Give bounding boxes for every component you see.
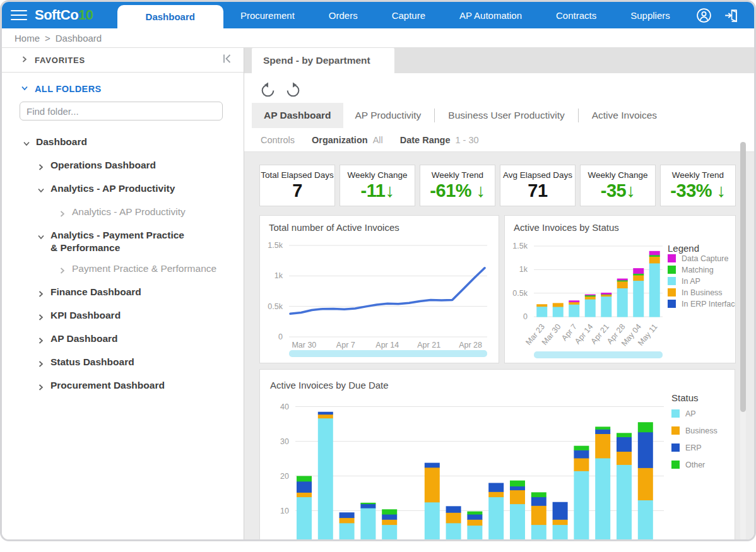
tree-item-procurement-dashboard[interactable]: Procurement Dashboard xyxy=(2,375,244,398)
legend-swatch xyxy=(671,443,680,452)
bar-segment xyxy=(340,512,355,518)
find-folder-input[interactable] xyxy=(20,102,223,120)
bar-segment xyxy=(467,519,482,526)
nav-tab-contracts[interactable]: Contracts xyxy=(539,2,613,28)
kpi-card-weekly-trend: Weekly Trend-33% ↓ xyxy=(660,165,736,206)
bar-segment xyxy=(649,251,660,255)
subtab-active-invoices[interactable]: Active Invoices xyxy=(580,103,669,128)
bar-segment xyxy=(510,490,525,505)
y-tick-label: 1.5k xyxy=(512,242,528,250)
x-tick-label: Apr 14 xyxy=(375,341,399,349)
subtab-business-user-productivity[interactable]: Business User Productivity xyxy=(436,103,576,128)
subtab-ap-dashboard[interactable]: AP Dashboard xyxy=(252,103,343,128)
bar-segment xyxy=(531,492,546,497)
tree-item-label: Procurement Dashboard xyxy=(50,379,165,392)
nav-tab-procurement[interactable]: Procurement xyxy=(223,2,312,28)
kpi-label: Total Elapsed Days xyxy=(260,170,334,180)
legend-item-label: In ERP Interface xyxy=(682,300,735,308)
kpi-value: -35↓ xyxy=(581,180,655,201)
nav-tab-orders[interactable]: Orders xyxy=(312,2,375,28)
bar-segment xyxy=(382,525,397,541)
chevron-right-icon xyxy=(37,288,45,301)
total-active-invoices-chart: Total number of Active Invoices00.5k1k1.… xyxy=(260,216,498,361)
legend-item-label: Other xyxy=(685,461,705,469)
bar-segment xyxy=(382,509,397,514)
legend-swatch xyxy=(668,277,676,285)
nav-tab-capture[interactable]: Capture xyxy=(375,2,442,28)
all-folders-section-header[interactable]: ALL FOLDERS xyxy=(21,83,244,95)
kpi-value: -33% ↓ xyxy=(661,180,735,201)
undo-icon[interactable] xyxy=(259,82,276,99)
tree-item-ap-dashboard[interactable]: AP Dashboard xyxy=(2,328,244,351)
kpi-value: -61% ↓ xyxy=(420,180,495,201)
bar-segment xyxy=(318,414,333,419)
main-scrollbar-thumb[interactable] xyxy=(740,142,746,412)
sidebar: FAVORITES ALL FOLDERS DashboardOperation… xyxy=(2,48,244,541)
favorites-section-header[interactable]: FAVORITES xyxy=(2,48,244,73)
logout-icon[interactable] xyxy=(723,8,739,23)
kpi-value: 71 xyxy=(500,180,575,201)
redo-icon[interactable] xyxy=(285,82,302,99)
page-tab-spend-by-department[interactable]: Spend - by Department xyxy=(252,48,394,73)
bar-segment xyxy=(595,429,610,434)
subtab-ap-productivity[interactable]: AP Productivity xyxy=(343,103,434,128)
dashboard-toolbar: AP DashboardAP ProductivityBusiness User… xyxy=(244,73,755,152)
nav-tab-suppliers[interactable]: Suppliers xyxy=(613,2,687,28)
active-invoices-by-status-chart: Active Invoices by Status00.5k1k1.5kMar … xyxy=(505,216,735,361)
tree-item-operations-dashboard[interactable]: Operations Dashboard xyxy=(2,155,244,178)
chart-range-scrollbar[interactable] xyxy=(534,351,663,358)
y-tick-label: 0 xyxy=(278,332,283,341)
tree-item-payment-practice-performance[interactable]: Payment Practice & Performance xyxy=(2,258,244,281)
app-logo: SoftCo10 xyxy=(35,7,93,23)
bar-segment xyxy=(467,512,482,515)
nav-tab-ap-automation[interactable]: AP Automation xyxy=(442,2,539,28)
legend-swatch xyxy=(668,266,676,274)
tree-item-kpi-dashboard[interactable]: KPI Dashboard xyxy=(2,305,244,328)
bar-segment xyxy=(340,523,355,541)
bar-segment xyxy=(467,514,482,520)
tree-item-label: Analytics - Payment Practice & Performan… xyxy=(50,229,192,254)
hamburger-menu-icon[interactable] xyxy=(11,10,27,28)
tree-item-analytics-ap-productivity[interactable]: Analytics - AP Productivity xyxy=(2,201,244,225)
tree-item-finance-dashboard[interactable]: Finance Dashboard xyxy=(2,281,244,305)
chart-range-scrollbar[interactable] xyxy=(289,350,487,357)
filter-date-range[interactable]: Date Range1 - 30 xyxy=(400,135,479,145)
legend-swatch xyxy=(668,288,676,297)
bar-segment xyxy=(425,502,440,541)
legend-item-label: ERP xyxy=(685,443,702,452)
kpi-label: Weekly Trend xyxy=(420,170,495,180)
tree-item-dashboard[interactable]: Dashboard xyxy=(2,131,244,155)
chevron-right-icon xyxy=(37,358,45,371)
bar-segment xyxy=(633,268,644,274)
chevron-right-icon xyxy=(59,208,66,221)
filter-name: Organization xyxy=(312,135,368,145)
x-tick-label: Apr 21 xyxy=(417,341,440,349)
chevron-right-icon xyxy=(59,265,66,278)
bar-segment xyxy=(617,281,628,288)
kpi-label: Weekly Change xyxy=(340,170,415,180)
kpi-value: -11↓ xyxy=(340,180,415,201)
favorites-label: FAVORITES xyxy=(35,56,85,65)
chevron-down-icon xyxy=(37,232,45,244)
tree-item-status-dashboard[interactable]: Status Dashboard xyxy=(2,351,244,375)
x-tick-label: Apr 28 xyxy=(459,341,482,349)
bar-segment xyxy=(595,433,610,458)
subtab-divider xyxy=(578,109,579,122)
logo-suffix: 10 xyxy=(78,7,93,23)
tree-item-analytics-payment-practice-performance[interactable]: Analytics - Payment Practice & Performan… xyxy=(2,225,244,258)
bar-segment xyxy=(569,302,579,304)
tree-item-label: Finance Dashboard xyxy=(50,286,141,298)
user-account-icon[interactable] xyxy=(696,8,712,23)
bar-segment xyxy=(510,504,525,541)
collapse-sidebar-icon[interactable] xyxy=(221,52,233,68)
breadcrumb: Home > Dashboard xyxy=(2,28,754,48)
nav-tab-dashboard[interactable]: Dashboard xyxy=(117,5,223,28)
tree-item-analytics-ap-productivity[interactable]: Analytics - AP Productivity xyxy=(2,178,244,201)
bar-segment xyxy=(340,518,355,524)
bar-segment xyxy=(297,492,312,497)
breadcrumb-home[interactable]: Home xyxy=(15,33,40,44)
bar-segment xyxy=(536,304,547,307)
bar-segment xyxy=(638,432,653,468)
bar-segment xyxy=(638,422,653,432)
filter-organization[interactable]: OrganizationAll xyxy=(312,135,383,145)
